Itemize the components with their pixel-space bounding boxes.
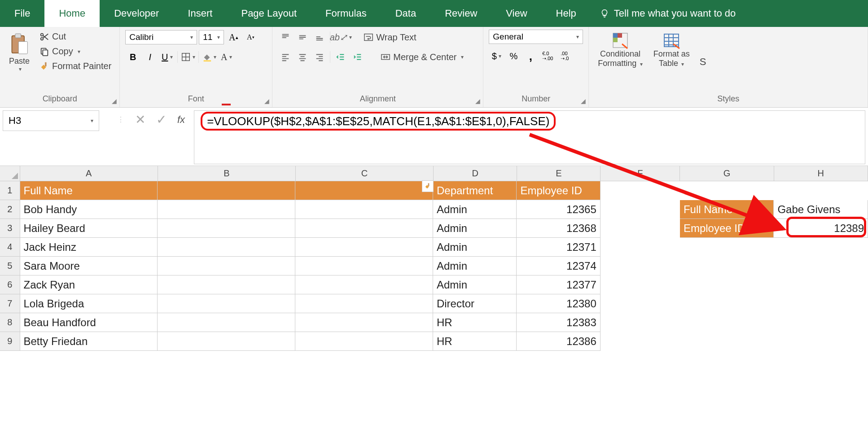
cell[interactable]: Department bbox=[433, 181, 517, 200]
cell[interactable] bbox=[158, 313, 295, 332]
cell[interactable] bbox=[295, 313, 433, 332]
cell[interactable]: 12374 bbox=[517, 257, 600, 275]
increase-font-button[interactable]: A▴ bbox=[226, 30, 241, 45]
conditional-formatting-button[interactable]: Conditional Formatting ▾ bbox=[594, 30, 646, 70]
cell[interactable]: Beau Handford bbox=[20, 313, 158, 332]
cell[interactable] bbox=[680, 294, 774, 313]
tab-insert[interactable]: Insert bbox=[173, 0, 227, 27]
cell[interactable]: 12371 bbox=[517, 238, 600, 257]
col-header-E[interactable]: E bbox=[517, 166, 601, 181]
cell[interactable]: Hailey Beard bbox=[20, 219, 158, 238]
wrap-text-button[interactable]: Wrap Text bbox=[361, 31, 419, 44]
percent-button[interactable]: % bbox=[506, 48, 521, 64]
cell[interactable] bbox=[774, 294, 868, 313]
orientation-button[interactable]: ab⤢▾ bbox=[333, 30, 348, 45]
tab-view[interactable]: View bbox=[491, 0, 541, 27]
cell[interactable] bbox=[158, 332, 295, 351]
cell[interactable] bbox=[601, 257, 680, 275]
cell[interactable]: Admin bbox=[433, 275, 517, 294]
col-header-D[interactable]: D bbox=[434, 166, 517, 181]
col-header-A[interactable]: A bbox=[20, 166, 158, 181]
format-as-table-button[interactable]: Format as Table ▾ bbox=[650, 30, 693, 70]
decrease-font-button[interactable]: A▾ bbox=[243, 30, 258, 45]
cell[interactable] bbox=[158, 294, 295, 313]
select-all-corner[interactable] bbox=[0, 166, 20, 181]
cell[interactable]: 12386 bbox=[517, 332, 600, 351]
col-header-H[interactable]: H bbox=[774, 166, 868, 181]
copy-button[interactable]: Copy▾ bbox=[37, 44, 114, 58]
cell[interactable]: Jack Heinz bbox=[20, 238, 158, 257]
bold-button[interactable]: B bbox=[125, 49, 140, 65]
cell[interactable]: Gabe Givens bbox=[774, 200, 868, 219]
decrease-indent-button[interactable] bbox=[333, 49, 348, 65]
col-header-C[interactable]: C bbox=[296, 166, 434, 181]
align-bottom-button[interactable] bbox=[312, 30, 327, 45]
decrease-decimal-button[interactable]: .00➝.0 bbox=[557, 48, 572, 64]
cell[interactable]: Full Name bbox=[680, 200, 774, 219]
row-header[interactable]: 5 bbox=[0, 257, 20, 275]
tab-file[interactable]: File bbox=[0, 0, 44, 27]
align-right-button[interactable] bbox=[312, 49, 327, 65]
cell[interactable] bbox=[601, 238, 680, 257]
cell[interactable]: Zack Ryan bbox=[20, 275, 158, 294]
name-box[interactable]: H3▾ bbox=[3, 110, 99, 131]
cell[interactable]: 12377 bbox=[517, 275, 600, 294]
font-color-button[interactable]: A▾ bbox=[219, 49, 234, 65]
row-header[interactable]: 9 bbox=[0, 332, 20, 351]
cell[interactable] bbox=[680, 181, 774, 200]
tab-formulas[interactable]: Formulas bbox=[311, 0, 381, 27]
cell[interactable] bbox=[774, 181, 868, 200]
cell[interactable] bbox=[601, 200, 680, 219]
cell[interactable] bbox=[774, 257, 868, 275]
row-header[interactable]: 6 bbox=[0, 275, 20, 294]
col-header-G[interactable]: G bbox=[680, 166, 774, 181]
align-top-button[interactable] bbox=[278, 30, 293, 45]
fx-button[interactable]: fx bbox=[177, 114, 185, 126]
underline-button[interactable]: U▾ bbox=[159, 49, 175, 65]
cell[interactable]: Betty Friedan bbox=[20, 332, 158, 351]
cell[interactable] bbox=[295, 275, 433, 294]
cell[interactable]: Employee ID bbox=[517, 181, 600, 200]
cell[interactable] bbox=[295, 181, 433, 200]
cell[interactable]: 12380 bbox=[517, 294, 600, 313]
cell[interactable] bbox=[774, 275, 868, 294]
cell[interactable] bbox=[601, 219, 680, 238]
cell[interactable] bbox=[774, 332, 868, 351]
dialog-launcher-icon[interactable]: ◢ bbox=[264, 97, 269, 105]
cell[interactable]: Admin bbox=[433, 238, 517, 257]
cell[interactable]: 12383 bbox=[517, 313, 600, 332]
cell[interactable]: Lola Brigeda bbox=[20, 294, 158, 313]
cell[interactable]: Admin bbox=[433, 219, 517, 238]
cell[interactable]: Admin bbox=[433, 257, 517, 275]
tab-help[interactable]: Help bbox=[542, 0, 591, 27]
cell[interactable] bbox=[680, 313, 774, 332]
cell[interactable] bbox=[295, 294, 433, 313]
cell[interactable] bbox=[295, 238, 433, 257]
cell[interactable] bbox=[680, 257, 774, 275]
cell[interactable]: HR bbox=[433, 313, 517, 332]
cell[interactable] bbox=[158, 257, 295, 275]
borders-button[interactable]: ▾ bbox=[180, 49, 196, 65]
paintbrush-icon[interactable] bbox=[422, 180, 434, 192]
cell[interactable] bbox=[601, 275, 680, 294]
cell[interactable] bbox=[158, 219, 295, 238]
row-header[interactable]: 4 bbox=[0, 238, 20, 257]
tab-developer[interactable]: Developer bbox=[100, 0, 173, 27]
cell[interactable] bbox=[774, 238, 868, 257]
tab-home[interactable]: Home bbox=[44, 0, 100, 27]
enter-formula-button[interactable]: ✓ bbox=[156, 112, 167, 127]
dialog-launcher-icon[interactable]: ◢ bbox=[581, 97, 586, 105]
row-header[interactable]: 7 bbox=[0, 294, 20, 313]
row-header[interactable]: 3 bbox=[0, 219, 20, 238]
align-left-button[interactable] bbox=[278, 49, 293, 65]
cell[interactable] bbox=[158, 181, 295, 200]
font-size-select[interactable]: 11▾ bbox=[199, 30, 224, 44]
dialog-launcher-icon[interactable]: ◢ bbox=[112, 97, 117, 105]
format-painter-button[interactable]: Format Painter bbox=[37, 59, 114, 73]
col-header-F[interactable]: F bbox=[601, 166, 680, 181]
cancel-formula-button[interactable]: ✕ bbox=[135, 112, 145, 127]
cell[interactable] bbox=[601, 313, 680, 332]
cell[interactable] bbox=[601, 181, 680, 200]
cell[interactable]: Admin bbox=[433, 200, 517, 219]
align-middle-button[interactable] bbox=[295, 30, 310, 45]
